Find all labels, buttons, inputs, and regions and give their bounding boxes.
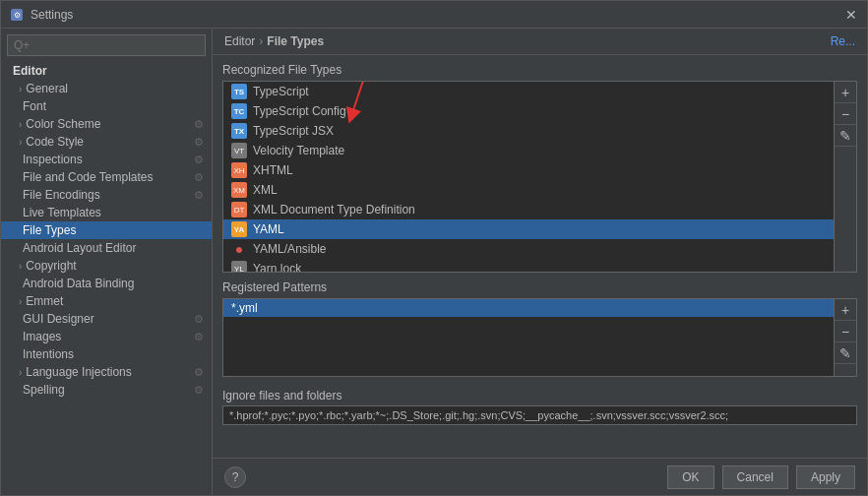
file-type-label-velocity: Velocity Template: [253, 144, 344, 157]
file-type-xml-dtd[interactable]: DT XML Document Type Definition: [223, 200, 834, 219]
add-pattern-button[interactable]: +: [835, 299, 856, 321]
footer: ? OK Cancel Apply: [213, 458, 867, 495]
cancel-button[interactable]: Cancel: [722, 465, 788, 489]
typescript-config-icon: TC: [231, 103, 247, 119]
main-panel: Editor › File Types Re... Recognized Fil…: [213, 29, 867, 495]
sidebar-item-file-encodings[interactable]: File Encodings ⚙: [1, 186, 212, 204]
breadcrumb-separator: ›: [259, 34, 263, 48]
edit-pattern-button[interactable]: ✎: [835, 342, 856, 364]
file-code-settings-icon: ⚙: [194, 171, 204, 184]
patterns-list-wrap: *.yml + − ✎: [222, 298, 857, 377]
typescript-jsx-icon: TX: [231, 123, 247, 139]
main-content: Recognized File Types TS TypeScript TC T…: [213, 55, 867, 458]
sidebar-label-file-code-templates: File and Code Templates: [23, 170, 154, 184]
arrow-color-scheme: ›: [19, 119, 22, 130]
sidebar-item-spelling[interactable]: Spelling ⚙: [1, 381, 212, 399]
file-type-xml[interactable]: XM XML: [223, 180, 834, 200]
file-type-yarn-lock[interactable]: YL Yarn.lock: [223, 259, 834, 273]
file-type-xhtml[interactable]: XH XHTML: [223, 160, 834, 180]
breadcrumb: Editor › File Types Re...: [213, 29, 867, 55]
xml-icon: XM: [231, 182, 247, 198]
settings-icon: ⚙: [9, 7, 25, 23]
sidebar-item-live-templates[interactable]: Live Templates: [1, 204, 212, 221]
sidebar-item-font[interactable]: Font: [1, 97, 212, 115]
sidebar-label-file-types: File Types: [23, 223, 76, 237]
sidebar-item-file-code-templates[interactable]: File and Code Templates ⚙: [1, 168, 212, 186]
file-type-typescript[interactable]: TS TypeScript: [223, 82, 834, 101]
remove-pattern-button[interactable]: −: [835, 321, 856, 342]
reset-link[interactable]: Re...: [831, 34, 855, 48]
help-icon: ?: [232, 470, 239, 484]
sidebar-label-gui-designer: GUI Designer: [23, 312, 94, 326]
arrow-lang-inject: ›: [19, 367, 22, 378]
sidebar-item-code-style[interactable]: › Code Style ⚙: [1, 133, 212, 151]
sidebar-label-emmet: Emmet: [26, 294, 63, 308]
file-type-label-xml-dtd: XML Document Type Definition: [253, 203, 415, 217]
sidebar-item-android-layout[interactable]: Android Layout Editor: [1, 239, 212, 257]
file-type-velocity[interactable]: VT Velocity Template: [223, 141, 834, 160]
sidebar-item-inspections[interactable]: Inspections ⚙: [1, 151, 212, 168]
titlebar: ⚙ Settings ✕: [1, 1, 867, 29]
sidebar-item-gui-designer[interactable]: GUI Designer ⚙: [1, 310, 212, 328]
remove-file-type-button[interactable]: −: [835, 103, 856, 125]
sidebar-item-color-scheme[interactable]: › Color Scheme ⚙: [1, 115, 212, 133]
inspections-settings-icon: ⚙: [194, 154, 204, 166]
sidebar-label-code-style: Code Style: [26, 135, 84, 149]
sidebar: Editor › General Font › Color Scheme ⚙ ›: [1, 29, 213, 495]
sidebar-item-android-data-binding[interactable]: Android Data Binding: [1, 275, 212, 292]
sidebar-label-general: General: [26, 82, 68, 95]
settings-dialog: ⚙ Settings ✕ Editor › General: [0, 0, 868, 496]
yaml-icon: YA: [231, 221, 247, 237]
file-encodings-settings-icon: ⚙: [194, 189, 204, 202]
breadcrumb-parent: Editor: [224, 34, 255, 48]
ok-button[interactable]: OK: [667, 465, 713, 489]
add-file-type-button[interactable]: +: [835, 82, 856, 103]
ignore-section: Ignore files and folders: [222, 389, 857, 425]
file-type-yaml-ansible[interactable]: ● YAML/Ansible: [223, 239, 834, 259]
sidebar-label-spelling: Spelling: [23, 383, 65, 397]
sidebar-label-images: Images: [23, 330, 61, 343]
file-type-yaml[interactable]: YA YAML: [223, 219, 834, 239]
sidebar-item-intentions[interactable]: Intentions: [1, 345, 212, 363]
sidebar-label-editor: Editor: [13, 64, 47, 78]
search-input[interactable]: [7, 34, 206, 56]
sidebar-label-copyright: Copyright: [26, 259, 76, 273]
breadcrumb-current: File Types: [267, 34, 324, 48]
sidebar-item-emmet[interactable]: › Emmet: [1, 292, 212, 310]
svg-text:⚙: ⚙: [14, 11, 21, 20]
typescript-icon: TS: [231, 84, 247, 99]
file-type-label-yarn-lock: Yarn.lock: [253, 262, 301, 273]
main-content-area: Editor › General Font › Color Scheme ⚙ ›: [1, 29, 867, 495]
close-button[interactable]: ✕: [843, 7, 859, 23]
sidebar-item-images[interactable]: Images ⚙: [1, 328, 212, 345]
pattern-item-yml[interactable]: *.yml: [223, 299, 834, 317]
sidebar-item-file-types[interactable]: File Types: [1, 221, 212, 239]
velocity-icon: VT: [231, 143, 247, 158]
patterns-section-label: Registered Patterns: [222, 280, 857, 294]
sidebar-item-general[interactable]: › General: [1, 80, 212, 97]
edit-file-type-button[interactable]: ✎: [835, 125, 856, 147]
lang-inject-settings-icon: ⚙: [194, 366, 204, 379]
xhtml-icon: XH: [231, 162, 247, 178]
file-type-typescript-config[interactable]: TC TypeScript Config: [223, 101, 834, 121]
sidebar-item-editor[interactable]: Editor: [1, 62, 212, 80]
patterns-buttons: + − ✎: [835, 298, 857, 377]
help-button[interactable]: ?: [224, 466, 246, 488]
file-type-label-xml: XML: [253, 183, 278, 197]
code-style-settings-icon: ⚙: [194, 136, 204, 149]
patterns-section: Registered Patterns *.yml + − ✎: [222, 280, 857, 377]
apply-button[interactable]: Apply: [796, 465, 855, 489]
ignore-input[interactable]: [222, 405, 857, 425]
sidebar-item-copyright[interactable]: › Copyright: [1, 257, 212, 275]
sidebar-label-android-data-binding: Android Data Binding: [23, 277, 134, 290]
arrow-emmet: ›: [19, 296, 22, 307]
gui-settings-icon: ⚙: [194, 313, 204, 326]
file-type-label-typescript-config: TypeScript Config: [253, 104, 346, 118]
arrow-copyright: ›: [19, 261, 22, 272]
file-type-typescript-jsx[interactable]: TX TypeScript JSX: [223, 121, 834, 141]
arrow-code-style: ›: [19, 137, 22, 148]
file-type-label-typescript: TypeScript: [253, 85, 309, 98]
sidebar-items: Editor › General Font › Color Scheme ⚙ ›: [1, 62, 212, 495]
sidebar-item-language-injections[interactable]: › Language Injections ⚙: [1, 363, 212, 381]
yarn-lock-icon: YL: [231, 261, 247, 273]
